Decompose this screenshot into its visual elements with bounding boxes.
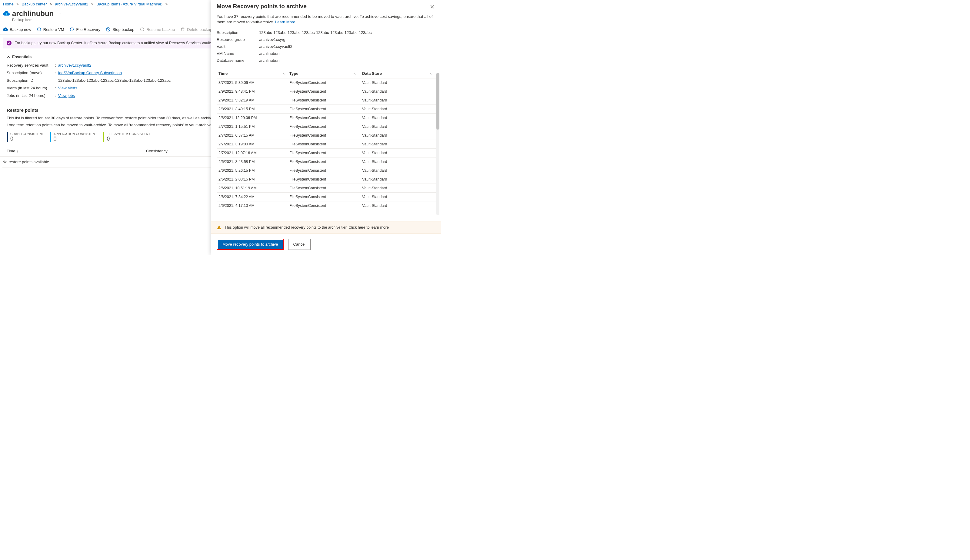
table-row[interactable]: 2/6/2021, 4:17:10 AMFileSystemConsistent… xyxy=(217,202,436,210)
blade-desc-text: You have 37 recovery points that are rec… xyxy=(217,14,433,24)
cell-type: FileSystemConsistent xyxy=(289,80,362,85)
scrollbar-thumb[interactable] xyxy=(436,73,439,130)
breadcrumb-home[interactable]: Home xyxy=(3,2,13,7)
col-datastore[interactable]: Data Store↑↓ xyxy=(362,71,436,76)
cell-store: Vault-Standard xyxy=(362,125,436,129)
meta-value: archlinubun xyxy=(259,58,279,63)
breadcrumb-sep: > xyxy=(50,2,52,7)
blade-warning: This option will move all recommended re… xyxy=(211,221,441,234)
cmd-label: Resume backup xyxy=(146,27,175,32)
table-row[interactable]: 2/6/2021, 2:08:15 PMFileSystemConsistent… xyxy=(217,175,436,184)
meta-value: archivev1ccyvault2 xyxy=(259,44,292,49)
cell-type: FileSystemConsistent xyxy=(289,195,362,199)
col-type[interactable]: Type↑↓ xyxy=(289,71,362,76)
meta-value: archlinubun xyxy=(259,51,279,56)
more-actions-icon[interactable]: ⋯ xyxy=(57,12,61,16)
backup-now-button[interactable]: Backup now xyxy=(3,27,31,32)
stop-icon xyxy=(106,27,110,32)
sort-icon: ↑↓ xyxy=(282,72,286,75)
cell-store: Vault-Standard xyxy=(362,160,436,164)
ess-label: Recovery services vault xyxy=(7,63,55,68)
table-row[interactable]: 2/6/2021, 8:43:58 PMFileSystemConsistent… xyxy=(217,157,436,166)
cell-store: Vault-Standard xyxy=(362,116,436,120)
learn-more-link[interactable]: Learn More xyxy=(275,20,295,24)
vault-link[interactable]: archivev1ccyvault2 xyxy=(58,63,92,68)
col-consistency[interactable]: Consistency xyxy=(146,149,168,153)
table-row[interactable]: 2/9/2021, 5:32:19 AMFileSystemConsistent… xyxy=(217,96,436,105)
cell-type: FileSystemConsistent xyxy=(289,177,362,182)
cell-time: 2/7/2021, 12:07:16 AM xyxy=(217,151,289,155)
sort-icon: ↑↓ xyxy=(17,149,20,153)
table-row[interactable]: 2/6/2021, 10:51:19 AMFileSystemConsisten… xyxy=(217,184,436,193)
restore-desc2: Long term retention points can be moved … xyxy=(7,123,220,127)
table-row[interactable]: 2/8/2021, 12:29:06 PMFileSystemConsisten… xyxy=(217,113,436,122)
cmd-label: Stop backup xyxy=(112,27,134,32)
meta-value: 123abc-123abc-123abc-123abc-123abc-123ab… xyxy=(259,30,372,35)
backup-item-icon xyxy=(3,10,10,17)
sort-icon: ↑↓ xyxy=(353,72,357,75)
ess-label: Alerts (in last 24 hours) xyxy=(7,86,55,90)
col-time[interactable]: Time ↑↓ xyxy=(7,149,146,153)
undo-icon xyxy=(37,27,42,32)
breadcrumb-item[interactable]: archivev1ccyvault2 xyxy=(55,2,88,7)
stat-application: APPLICATION CONSISTENT 0 xyxy=(50,132,97,142)
cell-type: FileSystemConsistent xyxy=(289,160,362,164)
cell-time: 2/9/2021, 5:32:19 AM xyxy=(217,98,289,102)
breadcrumb-sep: > xyxy=(91,2,93,7)
breadcrumb-item[interactable]: Backup Items (Azure Virtual Machine) xyxy=(96,2,162,7)
blade-title: Move Recovery points to archive xyxy=(217,3,307,10)
table-row[interactable]: 2/6/2021, 5:26:15 PMFileSystemConsistent… xyxy=(217,166,436,175)
subscription-link[interactable]: IaaSVmBackup Canary Subscription xyxy=(58,70,122,75)
cell-type: FileSystemConsistent xyxy=(289,151,362,155)
cell-type: FileSystemConsistent xyxy=(289,186,362,190)
meta-label: Database name xyxy=(217,58,259,63)
meta-label: Subscription xyxy=(217,30,259,35)
warning-icon xyxy=(217,225,222,230)
breadcrumb-item[interactable]: Backup center xyxy=(22,2,47,7)
breadcrumb-sep: > xyxy=(165,2,168,7)
cancel-button[interactable]: Cancel xyxy=(288,239,311,250)
cell-time: 2/7/2021, 1:15:51 PM xyxy=(217,125,289,129)
highlight-box: Move recovery points to archive xyxy=(217,239,284,250)
move-recovery-points-button[interactable]: Move recovery points to archive xyxy=(218,240,283,248)
ess-label: Subscription (move) xyxy=(7,70,55,75)
cell-type: FileSystemConsistent xyxy=(289,107,362,111)
cell-store: Vault-Standard xyxy=(362,80,436,85)
close-icon[interactable] xyxy=(429,3,436,10)
cell-time: 2/6/2021, 8:43:58 PM xyxy=(217,160,289,164)
table-row[interactable]: 2/7/2021, 1:15:51 PMFileSystemConsistent… xyxy=(217,122,436,131)
table-row[interactable]: 2/8/2021, 3:49:15 PMFileSystemConsistent… xyxy=(217,105,436,113)
sort-icon: ↑↓ xyxy=(429,72,433,75)
cell-time: 2/6/2021, 10:51:19 AM xyxy=(217,186,289,190)
cell-time: 2/7/2021, 6:37:15 AM xyxy=(217,133,289,138)
stat-crash: CRASH CONSISTENT 0 xyxy=(7,132,44,142)
stop-backup-button[interactable]: Stop backup xyxy=(106,27,134,32)
cell-store: Vault-Standard xyxy=(362,107,436,111)
scrollbar[interactable] xyxy=(436,73,439,215)
ess-label: Jobs (in last 24 hours) xyxy=(7,93,55,98)
svg-rect-3 xyxy=(219,228,219,229)
cell-time: 3/7/2021, 5:39:06 AM xyxy=(217,80,289,85)
table-row[interactable]: 2/7/2021, 3:19:00 AMFileSystemConsistent… xyxy=(217,140,436,149)
col-time[interactable]: Time↑↓ xyxy=(217,71,289,76)
table-row[interactable]: 2/6/2021, 7:34:22 AMFileSystemConsistent… xyxy=(217,193,436,202)
info-icon xyxy=(7,41,12,45)
cell-store: Vault-Standard xyxy=(362,203,436,208)
table-row[interactable]: 2/9/2021, 9:43:41 PMFileSystemConsistent… xyxy=(217,87,436,96)
view-alerts-link[interactable]: View alerts xyxy=(58,86,77,90)
table-row[interactable]: 2/7/2021, 12:07:16 AMFileSystemConsisten… xyxy=(217,149,436,157)
cell-type: FileSystemConsistent xyxy=(289,116,362,120)
view-jobs-link[interactable]: View jobs xyxy=(58,93,75,98)
file-recovery-button[interactable]: File Recovery xyxy=(69,27,100,32)
cell-type: FileSystemConsistent xyxy=(289,125,362,129)
cell-time: 2/6/2021, 2:08:15 PM xyxy=(217,177,289,182)
table-row[interactable]: 3/7/2021, 5:39:06 AMFileSystemConsistent… xyxy=(217,78,436,87)
table-row[interactable]: 2/7/2021, 6:37:15 AMFileSystemConsistent… xyxy=(217,131,436,140)
cell-store: Vault-Standard xyxy=(362,151,436,155)
cell-time: 2/6/2021, 7:34:22 AM xyxy=(217,195,289,199)
subscription-move-link[interactable]: move xyxy=(31,70,40,75)
cell-store: Vault-Standard xyxy=(362,142,436,146)
restore-vm-button[interactable]: Restore VM xyxy=(37,27,64,32)
cmd-label: File Recovery xyxy=(76,27,100,32)
warning-text: This option will move all recommended re… xyxy=(225,225,389,230)
